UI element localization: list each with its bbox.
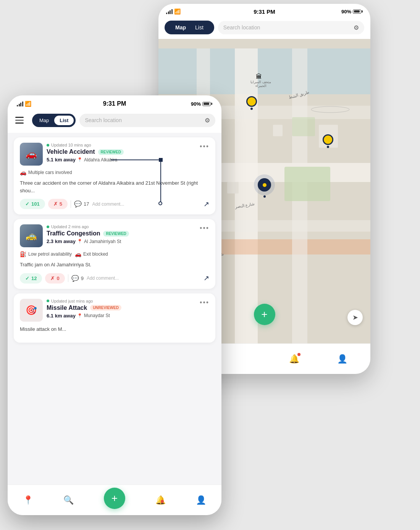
traffic-thumb-image: 🚕 — [20, 224, 43, 247]
missile-thumb-image: 🎯 — [20, 299, 43, 322]
list-status-time: 9:31 PM — [103, 100, 126, 107]
svg-rect-9 — [292, 117, 315, 136]
card-1-add-comment[interactable]: Add comment... — [92, 201, 124, 207]
card-3-updated-text: Updated just mins ago — [51, 299, 93, 303]
update-dot-3 — [47, 300, 49, 302]
list-tab[interactable]: List — [191, 23, 208, 32]
incident-card-3[interactable]: 🎯 Updated just mins ago Missile Attack U… — [14, 293, 215, 343]
card-1-tags: 🚗 Multiple cars involved — [20, 169, 209, 176]
card-3-description: Missile attack on M... — [20, 325, 209, 333]
card-2-title-row: Traffic Congestion REVIEWED — [47, 230, 129, 237]
marker-cluster[interactable] — [254, 174, 275, 198]
profile-nav-icon-list[interactable]: 👤 — [196, 495, 206, 505]
marker-1[interactable] — [246, 96, 257, 110]
card-1-header-left: 🚗 Updated 10 mins ago Vehicle Accident R… — [20, 143, 124, 166]
add-report-button-list[interactable]: + — [104, 488, 125, 509]
card-1-tag-1: 🚗 Multiple cars involved — [20, 169, 72, 176]
map-tab-active[interactable]: Map — [171, 23, 191, 32]
card-3-info: Updated just mins ago Missile Attack UNR… — [47, 299, 121, 319]
tag-fuel-icon: ⛽ — [20, 251, 26, 257]
card-1-thumbnail: 🚗 — [20, 143, 43, 166]
card-2-share-button[interactable]: ↗ — [204, 274, 209, 282]
battery-icon — [353, 10, 363, 14]
card-3-location: Munaydar St — [84, 313, 110, 318]
card-2-updated-row: Updated 2 mins ago — [47, 224, 129, 229]
list-tab-active[interactable]: List — [54, 116, 74, 125]
card-2-confirm-button[interactable]: ✓ 12 — [20, 273, 42, 284]
card-1-pin-icon: 📍 — [77, 157, 82, 162]
card-2-info: Updated 2 mins ago Traffic Congestion RE… — [47, 224, 129, 244]
svg-rect-8 — [284, 167, 330, 201]
card-3-header: 🎯 Updated just mins ago Missile Attack U… — [20, 299, 209, 322]
card-1-badge: REVIEWED — [98, 149, 124, 155]
accident-thumb-image: 🚗 — [20, 143, 43, 166]
profile-nav-item[interactable]: 👤 — [196, 495, 206, 505]
notification-nav-item[interactable]: 🔔 — [155, 495, 166, 505]
list-battery-area: 90% — [191, 101, 212, 107]
card-2-tag-label-1: Low petrol availability — [28, 251, 72, 257]
pin-nav-icon[interactable]: 📍 — [23, 495, 33, 505]
filter-icon[interactable]: ⚙ — [354, 24, 359, 31]
search-nav-item[interactable]: 🔍 — [63, 495, 74, 505]
list-filter-icon[interactable]: ⚙ — [205, 117, 210, 124]
card-2-location-row: 2.3 km away 📍 Al Jamahirriyah St — [47, 238, 129, 244]
card-1-confirm-button[interactable]: ✓ 101 — [20, 199, 45, 209]
search-nav-icon-list[interactable]: 🔍 — [63, 495, 74, 505]
profile-nav-icon[interactable]: 👤 — [337, 354, 347, 364]
deny-x-icon-2: ✗ — [50, 275, 55, 281]
deny-x-icon: ✗ — [53, 201, 58, 207]
svg-rect-13 — [227, 182, 239, 193]
notification-badge — [297, 353, 300, 356]
card-3-title-row: Missile Attack UNREVIEWED — [47, 304, 121, 311]
card-2-tag-1: ⛽ Low petrol availability — [20, 251, 72, 257]
battery-area: 90% — [341, 9, 363, 14]
pin-nav-item[interactable]: 📍 — [23, 495, 33, 505]
list-map-toggle[interactable]: Map List — [32, 114, 76, 127]
hamburger-menu-button[interactable] — [14, 113, 28, 127]
incident-card-2[interactable]: 🚕 Updated 2 mins ago Traffic Congestion … — [14, 219, 215, 289]
search-bar[interactable]: Search location ⚙ — [218, 21, 364, 34]
add-report-button-map[interactable]: + — [254, 304, 275, 325]
card-2-title: Traffic Congestion — [47, 230, 100, 237]
map-status-bar: 📶 9:31 PM 90% — [158, 4, 370, 18]
map-tab-inactive[interactable]: Map — [34, 116, 54, 125]
card-1-title: Vehicle Accident — [47, 148, 95, 155]
card-2-actions: ✓ 12 ✗ 0 💬 9 Add comment... ↗ — [20, 273, 209, 284]
connector-vertical — [160, 159, 161, 203]
map-list-toggle[interactable]: Map List — [165, 21, 214, 34]
location-arrow-button[interactable]: ➤ — [347, 310, 363, 325]
card-2-badge: REVIEWED — [103, 231, 129, 237]
list-search-placeholder: Search location — [85, 117, 122, 123]
card-1-more-button[interactable]: ••• — [200, 143, 209, 151]
card-1-header: 🚗 Updated 10 mins ago Vehicle Accident R… — [20, 143, 209, 166]
card-1-deny-count: 5 — [60, 201, 62, 207]
card-1-description: Three car accident on the corner of Alda… — [20, 179, 209, 194]
marker-2[interactable] — [323, 134, 333, 148]
incident-card-1[interactable]: 🚗 Updated 10 mins ago Vehicle Accident R… — [14, 137, 215, 214]
list-wifi-icon: 📶 — [25, 101, 31, 107]
notification-nav[interactable]: 🔔 — [289, 354, 299, 364]
card-2-header-left: 🚕 Updated 2 mins ago Traffic Congestion … — [20, 224, 129, 247]
card-2-header: 🚕 Updated 2 mins ago Traffic Congestion … — [20, 224, 209, 247]
card-3-more-button[interactable]: ••• — [200, 299, 209, 307]
list-search-bar[interactable]: Search location ⚙ — [79, 114, 215, 127]
list-screen: 📶 9:31 PM 90% Map List Search location ⚙ — [8, 95, 221, 515]
list-signal-icon — [17, 101, 23, 106]
confirm-check-icon-2: ✓ — [25, 275, 29, 281]
map-header: Map List Search location ⚙ — [158, 18, 370, 39]
card-2-more-button[interactable]: ••• — [200, 224, 209, 232]
card-1-deny-button[interactable]: ✗ 5 — [48, 199, 68, 209]
list-battery-percent: 90% — [191, 101, 201, 107]
museum-label: متحف السرايا الحمراء — [246, 80, 276, 88]
notification-nav-icon-list[interactable]: 🔔 — [155, 495, 166, 505]
card-1-actions: ✓ 101 ✗ 5 💬 17 Add comment... ↗ — [20, 199, 209, 209]
card-1-comment-section: 💬 17 — [74, 200, 89, 208]
hamburger-line-1 — [15, 117, 24, 118]
card-1-share-button[interactable]: ↗ — [204, 200, 209, 208]
card-2-thumbnail: 🚕 — [20, 224, 43, 247]
card-2-add-comment[interactable]: Add comment... — [87, 275, 119, 281]
card-2-description: Traffic jam on Al Jamahrirriya St. — [20, 261, 209, 269]
tag-exit-icon: 🚗 — [75, 251, 81, 257]
card-2-deny-button[interactable]: ✗ 0 — [45, 273, 65, 284]
card-3-pin-icon: 📍 — [77, 313, 82, 318]
